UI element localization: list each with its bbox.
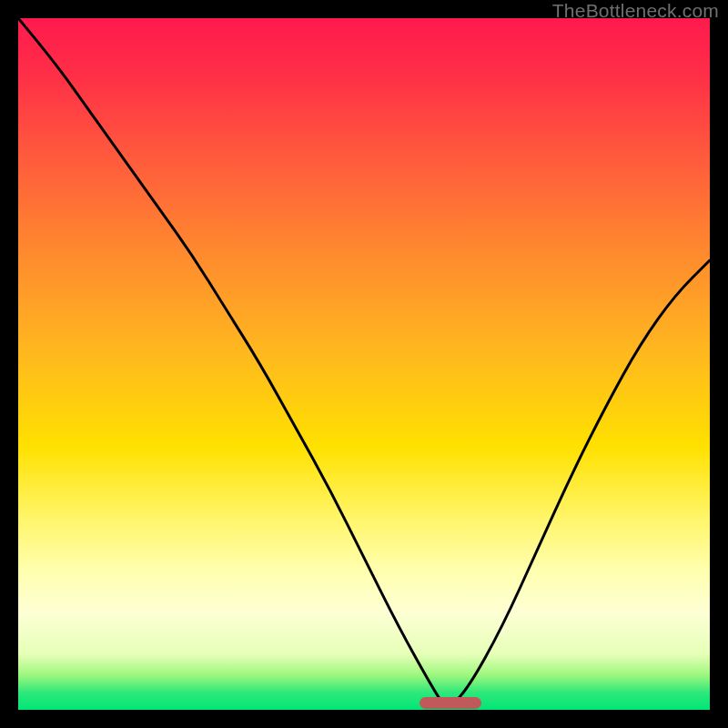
plot-area (18, 18, 710, 710)
bottleneck-curve-path (18, 18, 710, 704)
curve-svg (18, 18, 710, 710)
optimal-range-marker (420, 697, 481, 709)
chart-stage: TheBottleneck.com (0, 0, 728, 728)
